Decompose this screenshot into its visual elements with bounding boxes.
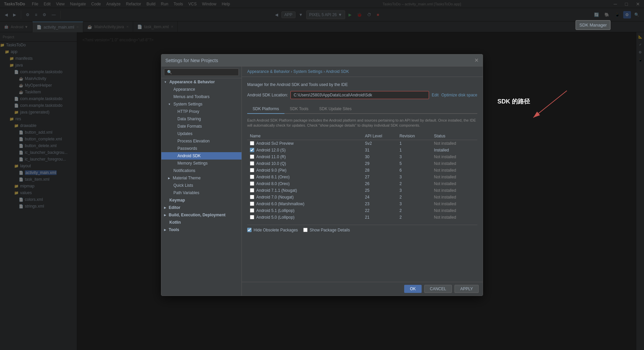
settings-item-label: Quick Lists xyxy=(173,183,193,188)
table-row[interactable]: Android 8.1 (Oreo) 27 3 Not installed xyxy=(247,174,477,180)
sdk-description-text: Manager for the Android SDK and Tools us… xyxy=(247,82,348,87)
sdk-row-checkbox[interactable] xyxy=(250,195,254,199)
settings-tree-item[interactable]: ▶ Tools xyxy=(161,226,241,233)
show-details-checkbox[interactable] xyxy=(303,228,308,232)
settings-tree-item[interactable]: ▶ Editor xyxy=(161,204,241,211)
table-row[interactable]: Android 10.0 (Q) 29 5 Not installed xyxy=(247,160,477,167)
show-details-label[interactable]: Show Package Details xyxy=(303,228,350,232)
settings-item-label: Material Theme xyxy=(173,176,201,180)
sdk-status: Not installed xyxy=(434,175,456,179)
settings-tree-item[interactable]: Path Variables xyxy=(161,189,241,196)
settings-tree-item[interactable]: HTTP Proxy xyxy=(161,108,241,115)
sdk-row-checkbox[interactable] xyxy=(250,155,254,159)
breadcrumb-part2[interactable]: System Settings xyxy=(293,69,322,74)
sdk-location-input[interactable] xyxy=(290,91,429,99)
settings-tree-item[interactable]: Date Formats xyxy=(161,123,241,130)
sdk-revision: 2 xyxy=(399,195,402,200)
sdk-row-checkbox[interactable] xyxy=(250,208,254,213)
col-header-revision: Revision xyxy=(397,132,431,140)
breadcrumb-part1[interactable]: Appearance & Behavior xyxy=(247,69,290,74)
sdk-revision: 3 xyxy=(399,155,402,159)
sdk-api: 22 xyxy=(365,208,369,213)
tab-sdk-platforms[interactable]: SDK Platforms xyxy=(247,104,284,114)
settings-item-label: Process Elevation xyxy=(177,139,210,143)
settings-tree-item[interactable]: ▶ Material Theme xyxy=(161,174,241,182)
dialog-overlay: Settings for New Projects ✕ ▼ Appearance… xyxy=(0,0,644,350)
cancel-button[interactable]: CANCEL xyxy=(424,285,452,293)
settings-item-label: System Settings xyxy=(173,102,203,106)
sdk-optimize-link[interactable]: Optimize disk space xyxy=(441,93,477,97)
settings-tree-items: ▼ Appearance & Behavior Appearance Menus… xyxy=(161,78,241,233)
table-row[interactable]: Android 8.0 (Oreo) 26 2 Not installed xyxy=(247,180,477,187)
sdk-revision: 2 xyxy=(399,215,402,220)
settings-item-label: HTTP Proxy xyxy=(177,109,199,114)
sdk-row-checkbox[interactable] xyxy=(250,181,254,186)
sdk-row-checkbox[interactable] xyxy=(250,215,254,219)
dialog-title: Settings for New Projects xyxy=(165,58,218,63)
sdk-status: Not installed xyxy=(434,188,456,193)
sdk-api: Sv2 xyxy=(365,141,372,146)
tab-sdk-update-sites[interactable]: SDK Update Sites xyxy=(314,104,357,113)
settings-tree-item-android-sdk[interactable]: Android SDK xyxy=(161,152,241,160)
settings-tree-item[interactable]: Passwords xyxy=(161,145,241,152)
sdk-revision: 2 xyxy=(399,181,402,186)
settings-item-label: Build, Execution, Deployment xyxy=(169,213,225,217)
settings-breadcrumb: Appearance & Behavior › System Settings … xyxy=(242,67,483,77)
table-row[interactable]: Android 5.1 (Lollipop) 22 2 Not installe… xyxy=(247,207,477,214)
table-row[interactable]: Android 9.0 (Pie) 28 6 Not installed xyxy=(247,167,477,174)
show-details-text: Show Package Details xyxy=(310,228,350,232)
sdk-row-checkbox[interactable] xyxy=(250,175,254,179)
table-row[interactable]: Android 12.0 (S) 31 1 Installed xyxy=(247,147,477,154)
tab-sdk-tools[interactable]: SDK Tools xyxy=(284,104,314,113)
settings-tree-item[interactable]: Notifications xyxy=(161,167,241,174)
sdk-name: Android 5.1 (Lollipop) xyxy=(256,208,294,213)
settings-item-label: Path Variables xyxy=(173,190,199,195)
hide-obsolete-label[interactable]: Hide Obsolete Packages xyxy=(247,228,298,232)
sdk-name: Android 7.1.1 (Nougat) xyxy=(256,188,297,193)
hide-obsolete-checkbox[interactable] xyxy=(247,228,252,232)
sdk-edit-link[interactable]: Edit xyxy=(432,93,439,97)
sdk-row-checkbox[interactable] xyxy=(250,188,254,192)
table-row[interactable]: Android 11.0 (R) 30 3 Not installed xyxy=(247,154,477,160)
hide-obsolete-text: Hide Obsolete Packages xyxy=(254,228,298,232)
settings-tree-item[interactable]: Menus and Toolbars xyxy=(161,93,241,100)
col-header-name: Name xyxy=(247,132,362,140)
settings-tree-item[interactable]: Keymap xyxy=(161,196,241,204)
sdk-row-checkbox[interactable] xyxy=(250,148,254,152)
sdk-tabs: SDK Platforms SDK Tools SDK Update Sites xyxy=(247,104,477,114)
sdk-name: Android 9.0 (Pie) xyxy=(256,168,286,173)
settings-search-input[interactable] xyxy=(164,69,239,76)
dialog-close-btn[interactable]: ✕ xyxy=(474,57,479,63)
sdk-status: Not installed xyxy=(434,181,456,186)
settings-tree-item[interactable]: Quick Lists xyxy=(161,182,241,189)
sdk-table-footer: Hide Obsolete Packages Show Package Deta… xyxy=(247,225,477,232)
settings-tree-item[interactable]: ▶ Build, Execution, Deployment xyxy=(161,211,241,219)
expand-arrow: ▼ xyxy=(164,81,167,84)
table-row[interactable]: Android 5.0 (Lollipop) 21 2 Not installe… xyxy=(247,214,477,221)
settings-tree-item[interactable]: Updates xyxy=(161,130,241,137)
settings-tree-item[interactable]: ▼ System Settings xyxy=(161,100,241,108)
settings-tree-item[interactable]: Kotlin xyxy=(161,219,241,226)
settings-tree-item[interactable]: ▼ Appearance & Behavior xyxy=(161,78,241,86)
settings-tree-item[interactable]: Process Elevation xyxy=(161,137,241,145)
ok-button[interactable]: OK xyxy=(404,285,421,293)
table-row[interactable]: Android Sv2 Preview Sv2 1 Not installed xyxy=(247,140,477,147)
table-row[interactable]: Android 6.0 (Marshmallow) 23 3 Not insta… xyxy=(247,201,477,207)
sdk-row-checkbox[interactable] xyxy=(250,141,254,145)
apply-button[interactable]: APPLY xyxy=(454,285,479,293)
sdk-table-description: Each Android SDK Platform package includ… xyxy=(247,118,477,128)
sdk-status: Not installed xyxy=(434,161,456,166)
sdk-name: Android 6.0 (Marshmallow) xyxy=(256,202,304,206)
table-row[interactable]: Android 7.0 (Nougat) 24 2 Not installed xyxy=(247,194,477,201)
sdk-api: 21 xyxy=(365,215,369,220)
sdk-row-checkbox[interactable] xyxy=(250,202,254,206)
settings-item-label: Appearance xyxy=(173,87,195,92)
settings-tree-item[interactable]: Memory Settings xyxy=(161,160,241,167)
col-header-api: API Level xyxy=(362,132,397,140)
sdk-row-checkbox[interactable] xyxy=(250,168,254,172)
settings-content-panel: Appearance & Behavior › System Settings … xyxy=(242,67,483,296)
settings-tree-item[interactable]: Appearance xyxy=(161,86,241,93)
sdk-row-checkbox[interactable] xyxy=(250,161,254,166)
table-row[interactable]: Android 7.1.1 (Nougat) 25 3 Not installe… xyxy=(247,187,477,194)
settings-tree-item[interactable]: Data Sharing xyxy=(161,115,241,123)
